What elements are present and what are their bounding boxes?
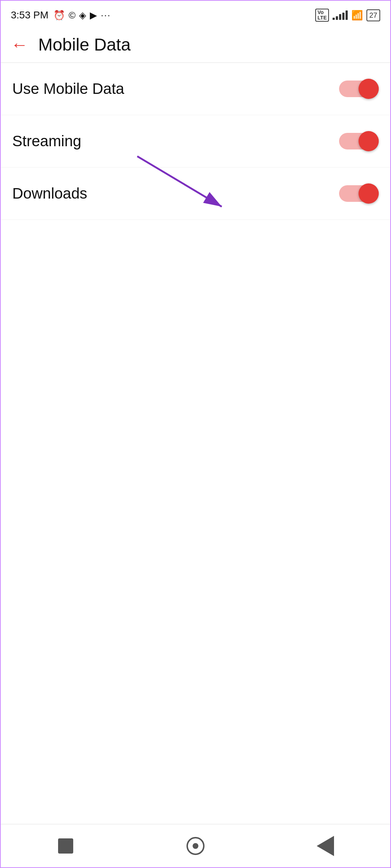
toggle-thumb — [359, 79, 379, 99]
page-title: Mobile Data — [38, 35, 131, 55]
toggle-thumb — [359, 183, 379, 204]
layers-icon: ◈ — [79, 10, 86, 21]
list-item: Use Mobile Data — [1, 63, 390, 115]
battery-icon: 27 — [366, 9, 380, 21]
nav-recents-button[interactable] — [51, 832, 80, 860]
whatsapp-icon: © — [69, 10, 75, 21]
more-icon: ··· — [101, 10, 111, 21]
status-icons: ⏰ © ◈ ▶ ··· — [53, 10, 111, 21]
streaming-label: Streaming — [12, 133, 81, 150]
status-time: 3:53 PM ⏰ © ◈ ▶ ··· — [11, 9, 111, 21]
list-item: Downloads — [1, 168, 390, 220]
signal-icon — [333, 10, 348, 20]
status-right-icons: Vo LTE 📶 27 — [315, 9, 380, 22]
back-button[interactable]: ← — [11, 36, 28, 53]
use-mobile-data-toggle[interactable] — [339, 79, 379, 99]
nav-back-button[interactable] — [311, 832, 340, 860]
use-mobile-data-label: Use Mobile Data — [12, 80, 124, 97]
volte-badge: Vo LTE — [315, 9, 329, 22]
navigation-bar — [1, 824, 390, 867]
status-bar: 3:53 PM ⏰ © ◈ ▶ ··· Vo LTE 📶 27 — [1, 1, 390, 27]
back-icon — [317, 836, 334, 856]
recents-icon — [58, 838, 73, 854]
list-item: Streaming — [1, 115, 390, 168]
alarm-icon: ⏰ — [53, 10, 65, 21]
youtube-icon: ▶ — [90, 10, 97, 21]
toolbar: ← Mobile Data — [1, 27, 390, 63]
nav-home-button[interactable] — [181, 832, 210, 860]
streaming-toggle[interactable] — [339, 131, 379, 151]
downloads-label: Downloads — [12, 185, 87, 202]
time-label: 3:53 PM — [11, 9, 48, 21]
wifi-icon: 📶 — [351, 10, 363, 21]
home-icon — [186, 837, 205, 855]
settings-list: Use Mobile Data Streaming Downloads — [1, 63, 390, 220]
toggle-thumb — [359, 131, 379, 151]
downloads-toggle[interactable] — [339, 183, 379, 204]
